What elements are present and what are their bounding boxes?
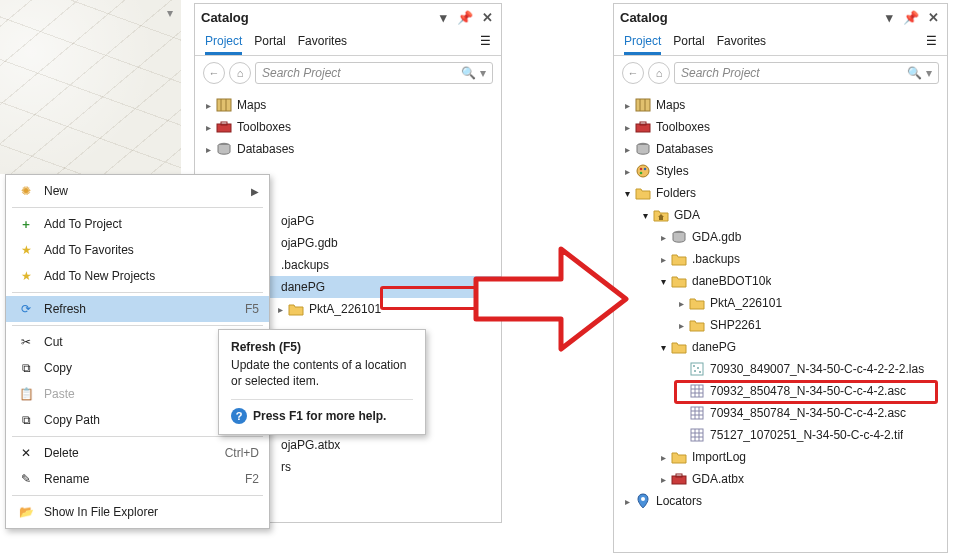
chevron-down-icon: ▾ (480, 66, 486, 80)
tree-node-pkta[interactable]: ▸PktA_226101 (614, 292, 947, 314)
close-icon[interactable]: ✕ (925, 9, 941, 25)
tree-label: PktA_226101 (710, 296, 782, 310)
folder-icon (688, 317, 706, 333)
menu-icon[interactable]: ☰ (926, 34, 937, 55)
database-icon (634, 141, 652, 157)
search-input[interactable]: Search Project 🔍 ▾ (255, 62, 493, 84)
tab-project[interactable]: Project (205, 34, 242, 55)
svg-rect-18 (691, 385, 703, 397)
tree-node-danebdot[interactable]: ▾daneBDOT10k (614, 270, 947, 292)
menu-rename[interactable]: ✎ Rename F2 (6, 466, 269, 492)
tree-label: Maps (656, 98, 685, 112)
folder-open-icon: 📂 (16, 505, 36, 519)
raster-icon (688, 405, 706, 421)
home-button[interactable]: ⌂ (648, 62, 670, 84)
svg-rect-13 (691, 363, 703, 375)
svg-rect-0 (217, 99, 231, 111)
dropdown-icon[interactable]: ▾ (435, 9, 451, 25)
menu-delete[interactable]: ✕ Delete Ctrl+D (6, 440, 269, 466)
tree-label: ojaPG.gdb (281, 236, 338, 250)
tab-portal[interactable]: Portal (673, 34, 704, 55)
panel-tabs: Project Portal Favorites ☰ (195, 30, 501, 56)
tree-label: Databases (656, 142, 713, 156)
tab-project[interactable]: Project (624, 34, 661, 55)
tree-node-backups[interactable]: ▸.backups (614, 248, 947, 270)
tree-node-atbx[interactable]: ▸GDA.atbx (614, 468, 947, 490)
menu-add-to-favorites[interactable]: ★ Add To Favorites (6, 237, 269, 263)
tooltip-refresh: Refresh (F5) Update the contents of a lo… (218, 329, 426, 435)
tree-node-toolboxes[interactable]: ▸ Toolboxes (195, 116, 501, 138)
tab-portal[interactable]: Portal (254, 34, 285, 55)
tree-node-danepg[interactable]: ▾danePG (614, 336, 947, 358)
svg-point-17 (699, 371, 701, 373)
tree-node-gda[interactable]: ▾GDA (614, 204, 947, 226)
pin-icon[interactable]: 📌 (903, 9, 919, 25)
tree-file-las[interactable]: 70930_849007_N-34-50-C-c-4-2-2-2.las (614, 358, 947, 380)
menu-label: Paste (44, 387, 217, 401)
tree-label: ojaPG.atbx (281, 438, 340, 452)
expand-icon: ▸ (201, 122, 215, 133)
panel-header-buttons: ▾ 📌 ✕ (435, 9, 495, 25)
folder-icon (688, 295, 706, 311)
menu-add-to-project[interactable]: ＋ Add To Project (6, 211, 269, 237)
dropdown-icon[interactable]: ▾ (881, 9, 897, 25)
tree-node-importlog[interactable]: ▸ImportLog (614, 446, 947, 468)
home-button[interactable]: ⌂ (229, 62, 251, 84)
menu-icon[interactable]: ☰ (480, 34, 491, 55)
map-canvas[interactable]: ▾ (0, 0, 181, 174)
help-icon: ? (231, 408, 247, 424)
tree-label: SHP2261 (710, 318, 761, 332)
tree-label: .backups (692, 252, 740, 266)
back-button[interactable]: ← (622, 62, 644, 84)
expand-icon: ▸ (201, 144, 215, 155)
tree-label: Databases (237, 142, 294, 156)
svg-point-9 (640, 168, 643, 171)
tree-file-asc[interactable]: 70934_850784_N-34-50-C-c-4-2.asc (614, 402, 947, 424)
tree-node-databases[interactable]: ▸Databases (614, 138, 947, 160)
menu-refresh[interactable]: ⟳ Refresh F5 (6, 296, 269, 322)
back-button[interactable]: ← (203, 62, 225, 84)
menu-label: Rename (44, 472, 237, 486)
tree-node-maps[interactable]: ▸ Maps (195, 94, 501, 116)
tab-favorites[interactable]: Favorites (717, 34, 766, 55)
tooltip-help: ? Press F1 for more help. (231, 399, 413, 424)
menu-shortcut: F5 (245, 302, 259, 316)
tooltip-title: Refresh (F5) (231, 340, 413, 354)
close-icon[interactable]: ✕ (479, 9, 495, 25)
tree-node-gdb[interactable]: ▸GDA.gdb (614, 226, 947, 248)
tree-node-folders[interactable]: ▾Folders (614, 182, 947, 204)
search-input[interactable]: Search Project 🔍 ▾ (674, 62, 939, 84)
paste-icon: 📋 (16, 387, 36, 401)
panel-tabs: Project Portal Favorites ☰ (614, 30, 947, 56)
menu-new[interactable]: ✺ New ▶ (6, 178, 269, 204)
tree-node-styles[interactable]: ▸Styles (614, 160, 947, 182)
tree-file-asc[interactable]: 70932_850478_N-34-50-C-c-4-2.asc (614, 380, 947, 402)
menu-separator (12, 325, 263, 326)
menu-label: New (44, 184, 245, 198)
tree-node-databases[interactable]: ▸ Databases (195, 138, 501, 160)
svg-point-15 (697, 367, 699, 369)
menu-add-to-new-projects[interactable]: ★ Add To New Projects (6, 263, 269, 289)
tree-label: Locators (656, 494, 702, 508)
svg-rect-20 (691, 429, 703, 441)
tree-label: Toolboxes (237, 120, 291, 134)
pin-icon[interactable]: 📌 (457, 9, 473, 25)
menu-label: Cut (44, 335, 217, 349)
tree-node-maps[interactable]: ▸Maps (614, 94, 947, 116)
cut-icon: ✂ (16, 335, 36, 349)
tree-label: 70930_849007_N-34-50-C-c-4-2-2-2.las (710, 362, 924, 376)
tree-label: ojaPG (281, 214, 314, 228)
tree-node-shp[interactable]: ▸SHP2261 (614, 314, 947, 336)
toolbox-icon (634, 119, 652, 135)
menu-label: Add To Project (44, 217, 259, 231)
tree-label: GDA.atbx (692, 472, 744, 486)
menu-show-in-explorer[interactable]: 📂 Show In File Explorer (6, 499, 269, 525)
search-placeholder: Search Project (681, 66, 760, 80)
tree-node-toolboxes[interactable]: ▸Toolboxes (614, 116, 947, 138)
tab-favorites[interactable]: Favorites (298, 34, 347, 55)
star-icon: ★ (16, 243, 36, 257)
menu-label: Show In File Explorer (44, 505, 259, 519)
tree-node-locators[interactable]: ▸Locators (614, 490, 947, 512)
folder-icon (670, 339, 688, 355)
tree-file-tif[interactable]: 75127_1070251_N-34-50-C-c-4-2.tif (614, 424, 947, 446)
